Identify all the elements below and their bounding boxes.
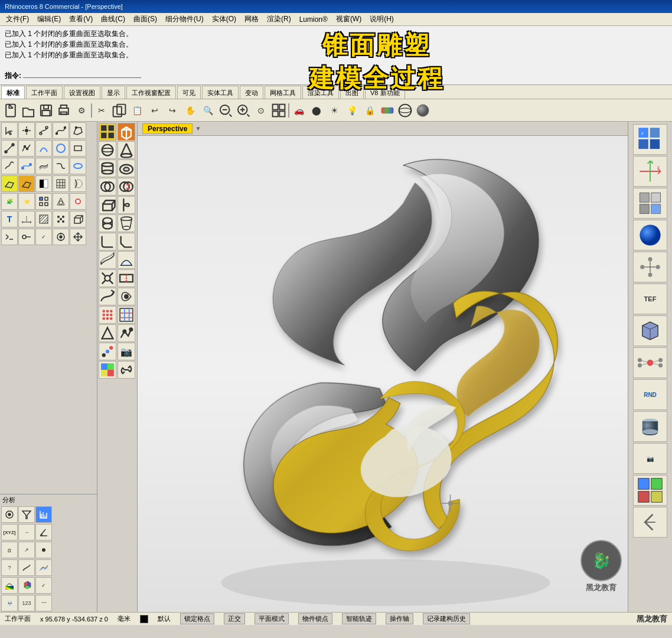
zoom-out-icon[interactable] xyxy=(217,102,234,119)
redo-icon[interactable]: ↪ xyxy=(164,102,181,119)
question-tool[interactable]: ? xyxy=(1,559,18,576)
menu-solid[interactable]: 实体(O) xyxy=(208,13,240,25)
menu-render[interactable]: 渲染(R) xyxy=(263,13,295,25)
st-loft[interactable] xyxy=(118,214,135,232)
st-annotate[interactable] xyxy=(118,324,135,342)
menu-window[interactable]: 视窗(W) xyxy=(332,13,365,25)
gradient-icon[interactable] xyxy=(379,102,396,119)
freeform-tool[interactable] xyxy=(1,158,18,174)
angle-tool[interactable] xyxy=(35,524,52,541)
dot2-tool[interactable] xyxy=(18,229,35,245)
zoom-sel-icon[interactable]: ⊙ xyxy=(253,102,269,119)
print-icon[interactable] xyxy=(56,102,72,119)
rect-tool[interactable] xyxy=(70,140,86,157)
rp-3d-view[interactable] xyxy=(633,188,667,219)
gumball-icon[interactable] xyxy=(70,193,86,210)
curve2-tool[interactable] xyxy=(18,559,35,576)
settings-icon[interactable]: ⚙ xyxy=(73,102,90,119)
paste-icon[interactable]: 📋 xyxy=(129,102,145,119)
rp-sphere3d[interactable] xyxy=(633,220,667,250)
st-pipe[interactable] xyxy=(99,214,116,232)
measure-tool[interactable] xyxy=(1,506,18,523)
dot-tool[interactable] xyxy=(53,211,69,227)
text-tool[interactable]: T xyxy=(1,211,18,227)
zoom-in-icon[interactable]: 🔍 xyxy=(200,102,216,119)
point-tool[interactable] xyxy=(18,122,35,139)
menu-curve[interactable]: 曲线(C) xyxy=(97,13,129,25)
arrow2-tool[interactable]: ↗ xyxy=(18,542,35,558)
st-orient[interactable] xyxy=(118,288,135,305)
undo-icon[interactable]: ↩ xyxy=(146,102,163,119)
open-icon[interactable] xyxy=(20,102,37,119)
rp-cylinder2[interactable] xyxy=(633,411,667,442)
ortho-btn[interactable]: 正交 xyxy=(224,613,245,624)
lock-icon[interactable]: 🔒 xyxy=(361,102,378,119)
st-diff[interactable] xyxy=(118,178,135,196)
st-union[interactable] xyxy=(99,178,116,196)
block-tool[interactable] xyxy=(70,211,86,227)
st-split[interactable] xyxy=(118,269,135,287)
new-icon[interactable] xyxy=(2,102,19,119)
rp-rnd-label[interactable]: RND xyxy=(633,379,667,410)
save-icon[interactable] xyxy=(38,102,54,119)
ellipse-tool[interactable] xyxy=(70,158,86,174)
smarttrack-btn[interactable]: 智能轨迹 xyxy=(342,613,376,624)
st-box[interactable] xyxy=(118,123,135,141)
puzzle-icon[interactable]: 🧩 xyxy=(1,193,18,210)
hatch-tool[interactable] xyxy=(35,211,52,227)
gumball-status-btn[interactable]: 操作轴 xyxy=(386,613,413,624)
st-chamfer[interactable] xyxy=(118,233,135,250)
blend-tool[interactable] xyxy=(53,158,69,174)
copy-icon[interactable] xyxy=(111,102,128,119)
circle-tools-icon[interactable]: ⬤ xyxy=(308,102,325,119)
rp-back-arrow[interactable] xyxy=(633,507,667,538)
rp-view-cube[interactable]: z xyxy=(633,124,667,155)
menu-file[interactable]: 文件(F) xyxy=(2,13,32,25)
3d-ball-icon[interactable] xyxy=(415,102,431,119)
menu-lumion[interactable]: Lumion® xyxy=(296,14,331,25)
tab-solid-tools[interactable]: 实体工具 xyxy=(202,86,239,99)
num-tool[interactable]: 123 xyxy=(18,595,35,611)
arc-tool[interactable] xyxy=(35,140,52,157)
tab-visible[interactable]: 可见 xyxy=(177,86,201,99)
st-cylinder[interactable] xyxy=(99,160,116,177)
rp-camera2[interactable]: 📷 xyxy=(633,443,667,474)
arrow-tool[interactable]: → xyxy=(18,524,35,541)
st-patch[interactable] xyxy=(118,251,135,269)
menu-view[interactable]: 查看(V) xyxy=(66,13,96,25)
split-view-icon[interactable] xyxy=(270,102,287,119)
tab-plot[interactable]: 出图 xyxy=(340,86,364,99)
offset-tool[interactable] xyxy=(35,158,52,174)
curve-edit-tool[interactable] xyxy=(35,122,52,139)
xyz-tool[interactable]: [XYZ] xyxy=(1,524,18,541)
cage-edit-icon[interactable] xyxy=(53,193,69,210)
rp-box3d[interactable] xyxy=(633,315,667,346)
sphere-icon[interactable] xyxy=(397,102,413,119)
st-flow[interactable] xyxy=(99,288,116,305)
skull-tool[interactable]: 💀 xyxy=(1,595,18,611)
command-input[interactable] xyxy=(23,77,141,78)
grid-tool[interactable] xyxy=(53,175,69,192)
move-tool[interactable] xyxy=(70,229,86,245)
sun-icon[interactable]: ☀ xyxy=(326,102,342,119)
tab-setview[interactable]: 设置视图 xyxy=(64,86,100,99)
rp-connections[interactable] xyxy=(633,252,667,282)
menu-edit[interactable]: 编辑(E) xyxy=(34,13,64,25)
tab-render-tools[interactable]: 渲染工具 xyxy=(302,86,339,99)
analyze-tool[interactable] xyxy=(35,506,52,523)
tab-workplane[interactable]: 工作平面 xyxy=(26,86,63,99)
black-white-tool[interactable] xyxy=(35,175,52,192)
attrib-tool[interactable] xyxy=(1,229,18,245)
rp-tef-text[interactable]: TEF xyxy=(633,284,667,314)
check-tool[interactable]: ✓ xyxy=(35,229,52,245)
planar-btn[interactable]: 平面模式 xyxy=(255,613,289,624)
status-color-swatch[interactable] xyxy=(140,615,148,623)
st-palette[interactable] xyxy=(99,361,116,379)
check2-tool[interactable]: ✓ xyxy=(35,577,52,594)
alpha-tool[interactable]: α xyxy=(1,542,18,558)
tab-viewport-config[interactable]: 工作视窗配置 xyxy=(126,86,176,99)
rainbow-tool[interactable] xyxy=(1,577,18,594)
st-network[interactable] xyxy=(99,251,116,269)
st-link[interactable] xyxy=(118,361,135,379)
surface-point-tool[interactable] xyxy=(70,122,86,139)
